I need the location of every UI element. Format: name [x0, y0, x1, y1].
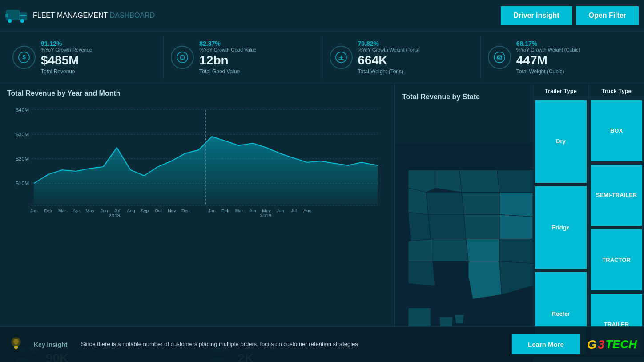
- learn-more-button[interactable]: Learn More: [512, 334, 580, 354]
- app-title: FLEET MANAGEMENT DASHBOARD: [33, 12, 155, 20]
- svg-text:Sep: Sep: [141, 208, 149, 213]
- svg-text:Jan: Jan: [30, 208, 38, 213]
- map-title: Total Revenue by State: [402, 93, 480, 101]
- svg-marker-85: [499, 239, 533, 264]
- svg-marker-96: [408, 213, 431, 241]
- svg-point-4: [20, 19, 24, 23]
- kpi-info-revenue: 91.12% %YoY Growth Revenue $485M Total R…: [41, 40, 156, 75]
- left-area: Total Revenue by Year and Month $40M $30…: [0, 84, 395, 362]
- kpi-value-weight-tons: 664K: [358, 53, 473, 68]
- chart-title: Total Revenue by Year and Month: [7, 89, 387, 97]
- header: FLEET MANAGEMENT DASHBOARD Driver Insigh…: [0, 0, 644, 31]
- svg-text:Feb: Feb: [221, 208, 229, 213]
- svg-rect-104: [14, 346, 18, 348]
- filter-truck-semi[interactable]: SEMI-TRAILER: [591, 165, 642, 225]
- svg-text:Jun: Jun: [276, 208, 284, 213]
- truck-type-header: Truck Type: [589, 84, 644, 98]
- kpi-pct-weight-cubic: 68.17%: [516, 40, 632, 47]
- svg-text:Apr: Apr: [249, 208, 257, 213]
- g3-g-letter: G: [587, 338, 597, 352]
- svg-marker-67: [426, 193, 464, 215]
- svg-marker-75: [428, 215, 466, 239]
- insight-text: Since there is a notable number of custo…: [81, 340, 505, 348]
- kpi-pct-good-value: 82.37%: [199, 40, 314, 47]
- kpi-label-weight-cubic: Total Weight (Cubic): [516, 68, 632, 75]
- filter-truck-tractor[interactable]: TRACTOR: [591, 229, 642, 290]
- kpi-label-weight-tons: Total Weight (Tons): [358, 68, 473, 75]
- kpi-pct-label-revenue: %YoY Growth Revenue: [41, 47, 156, 52]
- svg-rect-9: [181, 56, 184, 59]
- trailer-type-header: Trailer Type: [533, 84, 588, 98]
- svg-point-3: [8, 19, 12, 23]
- filter-col-truck: Truck Type BOX SEMI-TRAILER TRACTOR TRAI…: [589, 84, 644, 357]
- svg-point-107: [16, 344, 16, 345]
- g3-three-number: 3: [598, 338, 605, 352]
- svg-rect-0: [6, 10, 20, 20]
- svg-text:2018: 2018: [109, 213, 121, 217]
- right-area: Total Revenue by State View Revenue: [395, 84, 644, 362]
- filter-trailer-fridge[interactable]: Fridge: [535, 186, 587, 269]
- svg-text:Nov: Nov: [168, 208, 176, 213]
- bottom-bar: Key Insight Since there is a notable num…: [0, 326, 644, 362]
- svg-text:May: May: [262, 208, 271, 213]
- svg-text:$20M: $20M: [16, 156, 29, 161]
- svg-text:$10M: $10M: [16, 181, 29, 185]
- kpi-pct-label-weight-tons: %YoY Growth Weight (Tons): [358, 47, 473, 52]
- main-area: Total Revenue by Year and Month $40M $30…: [0, 84, 644, 362]
- filter-col-trailer: Trailer Type Dry Fridge Reefer: [533, 84, 589, 357]
- key-insight-icon: [7, 335, 27, 354]
- kpi-value-weight-cubic: 447M: [516, 53, 632, 68]
- kpi-pct-label-weight-cubic: %YoY Growth Weight (Cubic): [516, 47, 632, 52]
- kpi-label-good-value: Total Good Value: [199, 68, 314, 75]
- svg-marker-84: [466, 239, 499, 261]
- kpi-info-good-value: 82.37% %YoY Growth Good Value 12bn Total…: [199, 40, 314, 75]
- svg-rect-5: [5, 14, 8, 17]
- svg-text:$: $: [22, 54, 26, 60]
- title-dashboard: DASHBOARD: [108, 12, 155, 19]
- svg-text:Jul: Jul: [114, 208, 120, 213]
- weight-tons-icon: [330, 46, 353, 69]
- key-insight-label: Key Insight: [34, 341, 74, 348]
- svg-text:Aug: Aug: [127, 208, 135, 213]
- driver-insight-button[interactable]: Driver Insight: [501, 6, 572, 25]
- g3-tech-text: TECH: [605, 338, 637, 351]
- filter-columns: Trailer Type Dry Fridge Reefer Truck Typ…: [533, 84, 644, 357]
- kpi-card-good-value: 82.37% %YoY Growth Good Value 12bn Total…: [164, 36, 322, 79]
- kpi-pct-label-good-value: %YoY Growth Good Value: [199, 47, 314, 52]
- svg-text:Aug: Aug: [303, 208, 312, 213]
- logo-area: FLEET MANAGEMENT DASHBOARD: [5, 4, 496, 27]
- title-management: MANAGEMENT: [55, 12, 108, 19]
- kpi-info-weight-cubic: 68.17% %YoY Growth Weight (Cubic) 447M T…: [516, 40, 632, 75]
- chart-section: Total Revenue by Year and Month $40M $30…: [0, 84, 394, 335]
- kpi-pct-revenue: 91.12%: [41, 40, 156, 47]
- good-value-icon: [171, 46, 194, 69]
- filter-truck-box[interactable]: BOX: [591, 100, 642, 161]
- svg-marker-101: [455, 315, 464, 324]
- kpi-card-revenue: $ 91.12% %YoY Growth Revenue $485M Total…: [5, 36, 164, 79]
- svg-marker-76: [464, 215, 499, 239]
- open-filter-header-button[interactable]: Open Filter: [576, 6, 639, 25]
- g3-tech-logo: G3 TECH: [587, 338, 637, 352]
- kpi-value-good-value: 12bn: [199, 53, 314, 68]
- svg-point-8: [177, 52, 188, 63]
- svg-marker-60: [459, 170, 499, 193]
- filter-trailer-dry[interactable]: Dry: [535, 100, 587, 183]
- svg-text:2019: 2019: [260, 213, 272, 217]
- weight-cubic-icon: KG: [488, 46, 511, 69]
- svg-text:Mar: Mar: [58, 208, 67, 213]
- svg-text:Feb: Feb: [44, 208, 52, 213]
- svg-text:Jun: Jun: [101, 208, 108, 213]
- svg-text:Dec: Dec: [181, 208, 190, 213]
- svg-text:$40M: $40M: [16, 107, 29, 112]
- title-fleet: FLEET: [33, 12, 55, 19]
- truck-icon: [5, 4, 28, 27]
- svg-text:Oct: Oct: [155, 208, 162, 213]
- kpi-pct-weight-tons: 70.82%: [358, 40, 473, 47]
- svg-text:May: May: [86, 208, 95, 213]
- revenue-chart-svg: $40M $30M $20M $10M: [7, 101, 387, 217]
- revenue-icon: $: [12, 46, 36, 69]
- kpi-card-weight-cubic: KG 68.17% %YoY Growth Weight (Cubic) 447…: [481, 36, 639, 79]
- svg-marker-77: [499, 215, 533, 239]
- svg-text:$30M: $30M: [16, 132, 29, 137]
- svg-marker-83: [431, 239, 468, 261]
